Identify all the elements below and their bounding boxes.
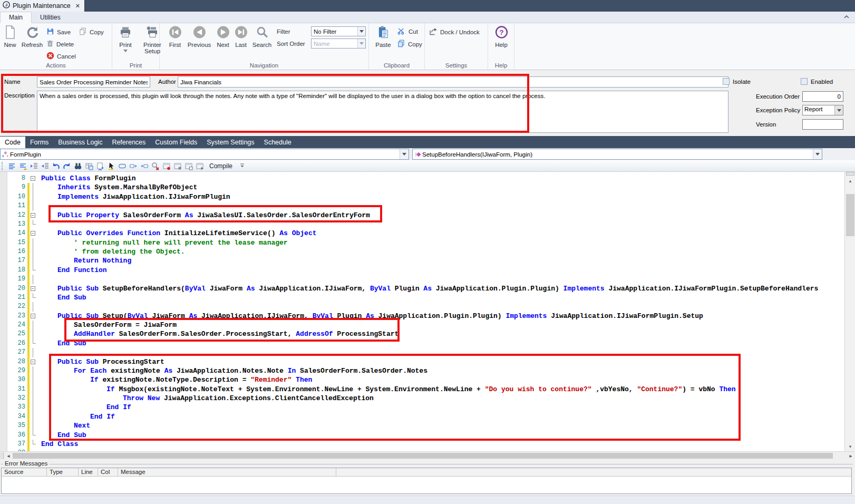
document-tab[interactable]: J Plugin Maintenance ✕ [0, 0, 85, 12]
editor-vertical-scrollbar[interactable]: ▴ ▾ [844, 172, 855, 451]
line-number: 36 [0, 431, 27, 440]
save-button[interactable]: Save [46, 27, 71, 36]
scroll-right-icon[interactable]: ▸ [847, 452, 855, 459]
cancel-button[interactable]: Cancel [46, 52, 76, 61]
first-button[interactable]: First [166, 25, 184, 48]
sort-order-dropdown-icon[interactable] [357, 39, 365, 48]
fold-collapse-icon[interactable]: − [30, 229, 38, 238]
error-column-line[interactable]: Line [79, 468, 98, 476]
ribbon-tab-main[interactable]: Main [0, 12, 32, 23]
new-button[interactable]: New [1, 25, 19, 48]
help-button[interactable]: ? Help [492, 25, 511, 48]
method-combobox[interactable]: SetupBeforeHandlers(IJiwaForm, Plugin) [412, 149, 822, 160]
tab-references[interactable]: References [107, 137, 150, 148]
close-tab-icon[interactable]: ✕ [75, 3, 80, 9]
pointer-icon[interactable] [105, 161, 116, 171]
tab-business-logic[interactable]: Business Logic [53, 137, 107, 148]
tab-code[interactable]: Code [0, 137, 25, 148]
tab-schedule[interactable]: Schedule [259, 137, 296, 148]
code-editor[interactable]: 8−Public Class FormPlugin9Inherits Syste… [0, 172, 844, 451]
copy-record-button[interactable]: Copy [79, 27, 104, 36]
error-column-type[interactable]: Type [47, 468, 79, 476]
fold-collapse-icon[interactable]: − [30, 357, 38, 366]
find-clear-icon[interactable] [150, 161, 161, 171]
window-record-icon[interactable] [161, 161, 172, 171]
error-messages-table[interactable]: SourceTypeLineColMessage [1, 468, 852, 494]
fold-collapse-icon[interactable]: − [30, 174, 38, 183]
fold-collapse-icon[interactable]: − [30, 211, 38, 220]
h-splitter-handle[interactable] [0, 452, 4, 459]
code-navigator-row: FormPlugin SetupBeforeHandlers(IJiwaForm… [0, 148, 855, 160]
code-text: ' returning null here will prevent the l… [38, 238, 288, 247]
outdent-icon[interactable] [39, 161, 50, 171]
redo-icon[interactable] [61, 161, 72, 171]
fold-collapse-icon[interactable]: − [30, 284, 38, 293]
line-number: 24 [0, 321, 27, 329]
class-combobox-dropdown-icon[interactable] [400, 149, 409, 159]
toolbar-overflow-icon[interactable] [237, 163, 248, 169]
isolate-checkbox[interactable] [723, 78, 730, 85]
execution-order-input[interactable] [802, 91, 843, 102]
bookmark-prev-icon[interactable] [139, 161, 150, 171]
filter-dropdown-icon[interactable] [357, 27, 365, 36]
bookmark-next-icon[interactable] [128, 161, 139, 171]
format-selection-icon[interactable] [17, 161, 28, 171]
error-column-source[interactable]: Source [2, 468, 47, 476]
search-button[interactable]: Search [250, 25, 274, 48]
print-button-label: Print [119, 42, 132, 48]
error-column-col[interactable]: Col [98, 468, 118, 476]
exception-policy-dropdown-icon[interactable] [834, 105, 843, 115]
fold-margin [30, 293, 38, 302]
scroll-up-icon[interactable]: ▴ [846, 176, 855, 185]
scroll-left-icon[interactable]: ◂ [4, 452, 13, 459]
horizontal-scroll-thumb[interactable] [13, 453, 833, 459]
line-number: 20 [0, 284, 27, 293]
ribbon-collapse-icon[interactable] [842, 14, 851, 21]
tab-custom-fields[interactable]: Custom Fields [150, 137, 202, 148]
ribbon-tab-utilities[interactable]: Utilities [32, 12, 69, 24]
editor-horizontal-scrollbar[interactable]: ◂ ▸ [0, 451, 855, 459]
undo-icon[interactable] [50, 161, 61, 171]
splitter-handle[interactable] [846, 172, 854, 176]
find-icon[interactable] [72, 161, 83, 171]
references-icon[interactable] [94, 161, 105, 171]
code-line-36: 36End Sub [0, 431, 844, 440]
last-button[interactable]: Last [233, 25, 249, 48]
author-input[interactable] [178, 76, 728, 88]
paste-button[interactable]: Paste [373, 25, 393, 48]
previous-button[interactable]: Previous [185, 25, 213, 48]
refresh-button[interactable]: Refresh [20, 25, 44, 48]
tab-forms[interactable]: Forms [25, 137, 53, 148]
method-combobox-dropdown-icon[interactable] [813, 149, 822, 159]
fold-collapse-icon[interactable]: − [30, 312, 38, 321]
breakpoint-icon[interactable] [116, 161, 128, 171]
dock-undock-button[interactable]: Dock / Undock [429, 27, 480, 36]
window-copy-icon[interactable] [183, 161, 194, 171]
copy-button[interactable]: Copy [397, 40, 422, 49]
compile-button[interactable]: Compile [205, 162, 237, 170]
tab-system-settings[interactable]: System Settings [202, 137, 259, 148]
format-document-icon[interactable] [6, 161, 17, 171]
filter-combobox[interactable]: No Filter [311, 26, 366, 36]
window-pause-icon[interactable] [172, 161, 183, 171]
name-input[interactable] [37, 76, 150, 88]
print-button[interactable]: Print [115, 25, 135, 52]
next-button[interactable]: Next [215, 25, 231, 48]
window-run-icon[interactable] [194, 161, 205, 171]
description-input[interactable]: When a sales order is processed, this pl… [37, 91, 728, 133]
indent-icon[interactable] [28, 161, 39, 171]
fold-margin [30, 302, 38, 311]
replace-icon[interactable] [83, 161, 94, 171]
code-line-20: 20−Public Sub SetupBeforeHandlers(ByVal … [0, 284, 844, 293]
error-column-message[interactable]: Message [118, 468, 336, 476]
vertical-scroll-thumb[interactable] [846, 194, 854, 236]
exception-policy-combobox[interactable]: Report [802, 105, 843, 115]
enabled-checkbox[interactable] [801, 78, 808, 85]
version-input[interactable] [802, 119, 843, 130]
code-line-33: 33End If [0, 403, 844, 412]
cut-button[interactable]: Cut [397, 27, 418, 36]
delete-button[interactable]: Delete [46, 40, 74, 49]
sort-order-combobox[interactable]: Name [311, 38, 366, 49]
class-combobox[interactable]: FormPlugin [0, 149, 409, 160]
scroll-down-icon[interactable]: ▾ [846, 442, 855, 451]
